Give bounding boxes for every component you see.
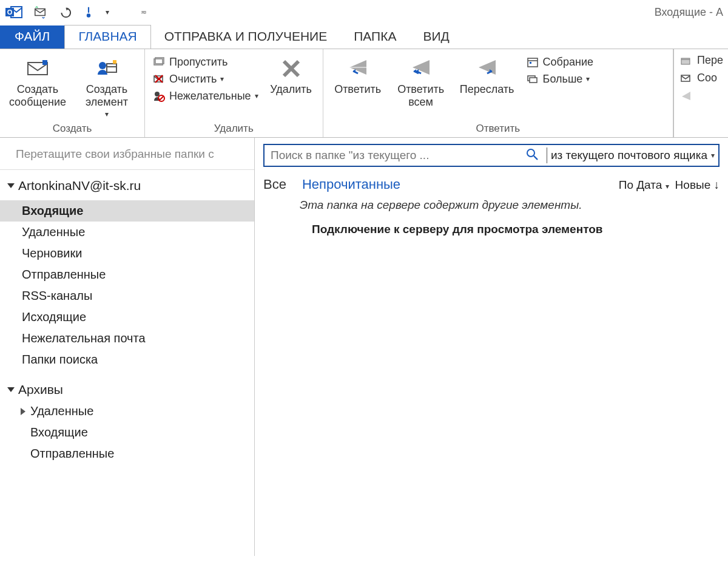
tab-view[interactable]: ВИД	[410, 25, 462, 49]
search-input[interactable]	[265, 149, 521, 162]
chevron-down-icon: ▾	[105, 110, 109, 119]
meeting-button[interactable]: Собрание	[526, 55, 593, 69]
reply-icon	[346, 56, 370, 81]
search-icon[interactable]	[526, 148, 538, 163]
search-scope-dropdown[interactable]: из текущего почтового ящика ▾	[551, 149, 718, 162]
folder-item[interactable]: Черновики	[0, 243, 254, 264]
ignore-button[interactable]: Пропустить	[152, 55, 258, 69]
tab-send-receive[interactable]: ОТПРАВКА И ПОЛУЧЕНИЕ	[151, 25, 340, 49]
folder-item[interactable]: Нежелательная почта	[0, 328, 254, 349]
reply-button[interactable]: Ответить	[331, 53, 385, 96]
ignore-icon	[152, 55, 166, 69]
create-rule-button[interactable]: Соо	[680, 69, 728, 87]
filter-all-tab[interactable]: Все	[263, 177, 286, 192]
tab-folder[interactable]: ПАПКА	[340, 25, 410, 49]
chevron-down-icon: ▾	[586, 75, 590, 83]
another-action-button[interactable]	[680, 87, 728, 104]
junk-button[interactable]: Нежелательные ▾	[152, 89, 258, 103]
chevron-down-icon: ▾	[255, 92, 258, 100]
qat-customize-icon[interactable]: ≂	[141, 8, 147, 16]
filter-unread-tab[interactable]: Непрочитанные	[302, 177, 400, 192]
ribbon: Создать сообщение Создать элемент ▾ Созд…	[0, 49, 728, 138]
reply-all-button[interactable]: Ответить всем	[394, 53, 448, 108]
folder-label: Удаленные	[30, 404, 93, 418]
expand-icon	[21, 408, 25, 415]
svg-rect-6	[42, 60, 47, 65]
sort-dir-label: Новые	[675, 178, 711, 191]
reply-all-label: Ответить всем	[394, 83, 448, 108]
junk-label: Нежелательные	[169, 90, 251, 103]
sort-direction-button[interactable]: Новые ↓	[675, 178, 720, 192]
ignore-label: Пропустить	[169, 56, 228, 69]
move-label: Пере	[697, 54, 723, 67]
folder-item[interactable]: Исходящие	[0, 307, 254, 328]
favorites-hint: Перетащите свои избранные папки с	[0, 144, 254, 170]
scope-label: из текущего почтового ящика	[551, 149, 707, 162]
svg-rect-3	[35, 9, 46, 16]
cleanup-button[interactable]: Очистить ▾	[152, 72, 258, 86]
ribbon-tabs: ФАЙЛ ГЛАВНАЯ ОТПРАВКА И ПОЛУЧЕНИЕ ПАПКА …	[0, 24, 728, 49]
archives-label: Архивы	[18, 382, 63, 397]
collapse-icon	[7, 387, 15, 392]
qat-dropdown-icon[interactable]: ▾	[106, 8, 109, 16]
folder-item[interactable]: Входящие	[0, 200, 254, 222]
window-title: Входящие - A	[655, 6, 723, 19]
ribbon-group-respond: Ответить Ответить всем Переслать Собрани…	[323, 49, 673, 137]
chevron-down-icon: ▾	[666, 182, 669, 191]
folder-item[interactable]: Отправленные	[0, 443, 254, 464]
new-mail-button[interactable]: Создать сообщение	[7, 53, 68, 108]
group-respond-label: Ответить	[331, 123, 666, 135]
folder-item[interactable]: Папки поиска	[0, 349, 254, 370]
undo-icon[interactable]	[57, 5, 72, 19]
filter-row: Все Непрочитанные По Дата ▾ Новые ↓	[263, 177, 720, 192]
new-mail-icon	[25, 56, 50, 81]
ribbon-group-create: Создать сообщение Создать элемент ▾ Созд…	[0, 49, 145, 137]
chevron-down-icon: ▾	[711, 151, 715, 160]
new-mail-label: Создать сообщение	[7, 83, 68, 108]
svg-text:O: O	[7, 8, 13, 16]
server-items-hint: Эта папка на сервере содержит другие эле…	[300, 198, 720, 212]
search-bar: из текущего почтового ящика ▾	[263, 144, 720, 167]
reply-label: Ответить	[334, 83, 381, 96]
svg-point-7	[99, 62, 106, 69]
account-label: ArtonkinaNV@it-sk.ru	[18, 178, 141, 193]
folder-label: Отправленные	[30, 447, 114, 461]
cleanup-label: Очистить	[169, 73, 217, 86]
forward-button[interactable]: Переслать	[457, 53, 517, 96]
new-item-icon	[95, 56, 119, 81]
arrow-down-icon: ↓	[714, 178, 720, 191]
group-delete-label: Удалить	[152, 123, 315, 135]
svg-rect-21	[528, 58, 538, 67]
create-rule-label: Соо	[697, 72, 717, 84]
forward-icon	[475, 56, 499, 81]
tab-file[interactable]: ФАЙЛ	[0, 25, 64, 49]
send-receive-icon[interactable]	[33, 5, 47, 19]
group-create-label: Создать	[7, 123, 137, 135]
tab-home[interactable]: ГЛАВНАЯ	[64, 25, 150, 49]
archives-header[interactable]: Архивы	[0, 370, 254, 401]
more-button[interactable]: Больше ▾	[526, 72, 593, 86]
cleanup-icon	[152, 72, 166, 86]
new-item-button[interactable]: Создать элемент ▾	[76, 53, 137, 119]
folder-item[interactable]: Входящие	[0, 422, 254, 443]
touch-mode-icon[interactable]	[81, 5, 96, 19]
folder-item[interactable]: Удаленные	[0, 222, 254, 243]
meeting-icon	[526, 55, 539, 69]
collapse-icon	[7, 183, 15, 188]
sort-by-button[interactable]: По Дата ▾	[619, 178, 669, 192]
svg-point-28	[527, 149, 534, 157]
folder-item[interactable]: Удаленные	[0, 401, 254, 422]
svg-rect-27	[681, 75, 690, 81]
connect-to-server-hint: Подключение к серверу для просмотра элем…	[312, 223, 720, 236]
account-header[interactable]: ArtonkinaNV@it-sk.ru	[0, 178, 254, 193]
folder-item[interactable]: RSS-каналы	[0, 285, 254, 307]
archive-list: УдаленныеВходящиеОтправленные	[0, 401, 254, 464]
quick-access-toolbar: O ▾ ≂	[5, 4, 147, 20]
svg-rect-8	[107, 64, 116, 72]
delete-button[interactable]: Удалить	[267, 53, 315, 96]
more-label: Больше	[543, 73, 583, 86]
move-button[interactable]: Пере	[680, 52, 728, 69]
folder-item[interactable]: Отправленные	[0, 264, 254, 285]
message-list-pane: из текущего почтового ящика ▾ Все Непроч…	[255, 138, 728, 556]
forward-label: Переслать	[460, 83, 514, 96]
